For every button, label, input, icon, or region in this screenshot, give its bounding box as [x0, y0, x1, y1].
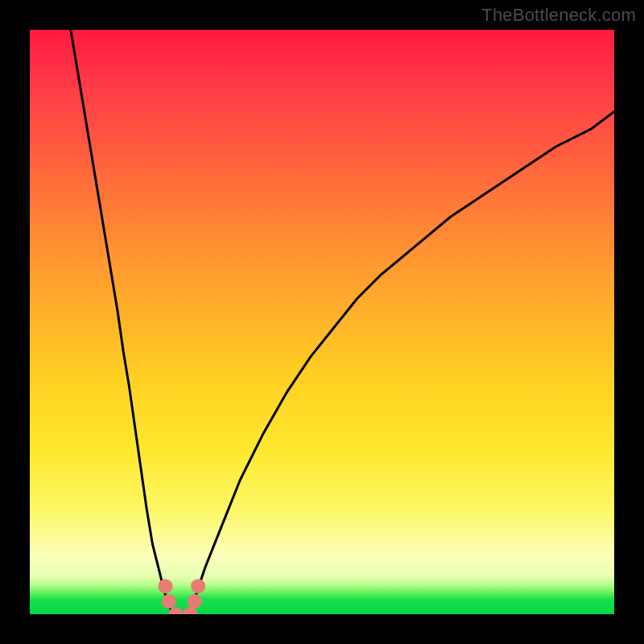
curve-left-curve [71, 30, 176, 614]
marker-bottom-1 [169, 607, 184, 614]
marker-left-2 [162, 594, 176, 609]
curve-right-curve [188, 112, 614, 614]
watermark-text: TheBottleneck.com [481, 5, 636, 26]
chart-frame: TheBottleneck.com [0, 0, 644, 644]
chart-svg [30, 30, 614, 614]
marker-bottom-2 [183, 607, 197, 614]
marker-right-2 [188, 594, 202, 609]
chart-plot-area [30, 30, 614, 614]
marker-right-1 [191, 579, 205, 593]
marker-left-1 [158, 579, 172, 593]
